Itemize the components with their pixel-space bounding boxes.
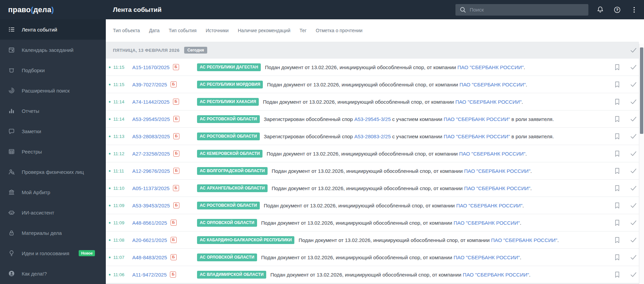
filter-date[interactable]: Дата <box>149 28 159 33</box>
case-number-link[interactable]: А05-11373/2025 <box>132 185 170 191</box>
feed-event-row: 11:15А15-11670/2025БАС РЕСПУБЛИКИ ДАГЕСТ… <box>106 59 639 76</box>
mark-read-icon[interactable] <box>630 133 637 140</box>
bookmark-icon[interactable] <box>613 167 621 175</box>
filter-recommendations[interactable]: Наличие рекомендаций <box>238 28 290 33</box>
inline-link[interactable]: ПАО "СБЕРБАНК РОССИИ" <box>444 134 510 139</box>
search-input[interactable] <box>470 7 584 13</box>
case-number-link[interactable]: А53-29545/2025 <box>132 116 170 122</box>
inline-link[interactable]: ПАО "СБЕРБАНК РОССИИ" <box>460 82 526 87</box>
mark-read-icon[interactable] <box>630 202 637 209</box>
event-time: 11:15 <box>113 65 128 70</box>
filter-read-mark[interactable]: Отметка о прочтении <box>316 28 363 33</box>
bookmark-icon[interactable] <box>613 150 621 157</box>
kebab-menu-icon[interactable] <box>630 5 639 14</box>
filter-tag[interactable]: Тег <box>299 28 307 33</box>
bookmark-icon[interactable] <box>613 271 621 278</box>
case-number-link[interactable]: А11-9472/2025 <box>132 272 167 278</box>
case-cell: А20-6621/2025Б <box>132 237 197 243</box>
row-actions <box>607 253 639 261</box>
case-number-link[interactable]: А20-6621/2025 <box>132 237 167 243</box>
event-text-segment: . <box>523 203 524 208</box>
inline-link[interactable]: ПАО "СБЕРБАНК РОССИИ" <box>464 168 530 174</box>
sidebar-item-ideas[interactable]: Идеи и голосованияНовое <box>0 243 106 263</box>
bookmark-icon[interactable] <box>613 202 621 209</box>
mark-read-icon[interactable] <box>630 115 637 123</box>
case-number-link[interactable]: А12-29676/2025 <box>132 168 170 174</box>
topbar-actions: ? <box>596 5 639 14</box>
event-time: 11:15 <box>113 82 128 87</box>
sidebar-nav: Лента событийКалендарь заседанийПодборки… <box>0 19 106 284</box>
global-search[interactable] <box>455 4 588 16</box>
inline-link[interactable]: А53-29545-3/25 <box>354 116 391 122</box>
bookmark-icon[interactable] <box>613 98 621 105</box>
case-number-link[interactable]: А53-28083/2025 <box>132 134 170 139</box>
sidebar-item-advanced-search[interactable]: Расширенный поиск <box>0 80 106 101</box>
case-number-link[interactable]: А15-11670/2025 <box>132 64 170 70</box>
help-icon[interactable]: ? <box>613 5 622 14</box>
mark-read-icon[interactable] <box>630 63 637 71</box>
bookmark-icon[interactable] <box>613 184 621 192</box>
case-number-link[interactable]: А74-11442/2025 <box>132 99 170 105</box>
sidebar-item-registries[interactable]: Реестры <box>0 141 106 162</box>
mark-read-icon[interactable] <box>630 98 637 105</box>
inline-link[interactable]: ПАО "СБЕРБАНК РОССИИ" <box>456 203 522 208</box>
inline-link[interactable]: ПАО "СБЕРБАНК РОССИИ" <box>444 116 510 122</box>
event-description: Подан документ от 13.02.2026, инициирующ… <box>267 151 607 157</box>
page-title: Лента событий <box>113 6 161 14</box>
bookmark-icon[interactable] <box>613 219 621 226</box>
filter-bar: Тип объектаДатаТип событияИсточникиНалич… <box>106 19 644 42</box>
sidebar-item-feed[interactable]: Лента событий <box>0 19 106 40</box>
mark-read-icon[interactable] <box>630 236 637 244</box>
sidebar-item-reports[interactable]: Отчеты <box>0 101 106 121</box>
filter-object-type[interactable]: Тип объекта <box>113 28 140 33</box>
bookmark-icon[interactable] <box>613 63 621 71</box>
mark-read-icon[interactable] <box>630 167 637 175</box>
inline-link[interactable]: ПАО "СБЕРБАНК РОССИИ" <box>459 151 525 157</box>
bookmark-icon[interactable] <box>613 115 621 123</box>
filter-event-type[interactable]: Тип события <box>169 28 196 33</box>
sidebar-item-my-arbitr[interactable]: Мой Арбитр <box>0 182 106 202</box>
mark-read-icon[interactable] <box>630 219 637 226</box>
sidebar-item-collections[interactable]: Подборки <box>0 60 106 80</box>
sidebar-item-case-materials[interactable]: Материалы дела <box>0 223 106 243</box>
case-number-link[interactable]: А48-8561/2025 <box>132 220 167 226</box>
inline-link[interactable]: ПАО "СБЕРБАНК РОССИИ" <box>453 255 520 260</box>
case-number-link[interactable]: А27-23258/2025 <box>132 151 170 157</box>
app-logo[interactable]: право(дела) <box>0 5 106 14</box>
case-number-link[interactable]: А48-8483/2025 <box>132 255 167 260</box>
case-number-link[interactable]: А39-7027/2025 <box>132 82 167 87</box>
court-badge: АС ВЛАДИМИРСКОЙ ОБЛАСТИ <box>197 271 266 279</box>
mark-read-icon[interactable] <box>630 253 637 261</box>
sidebar-item-person-check[interactable]: Проверка физических лиц <box>0 162 106 182</box>
mark-read-icon[interactable] <box>630 271 637 278</box>
inline-link[interactable]: А53-28083-2/25 <box>354 134 391 139</box>
mark-all-read-icon[interactable] <box>630 46 637 54</box>
sidebar-item-feedback[interactable]: Как дела!? <box>0 263 106 284</box>
sidebar-item-label: ИИ-ассистент <box>22 210 54 216</box>
scrollbar-thumb[interactable] <box>640 47 643 134</box>
feed-event-row: 11:15А39-7027/2025БАС РЕСПУБЛИКИ МОРДОВИ… <box>106 76 639 93</box>
case-number-link[interactable]: А53-39453/2025 <box>132 203 170 208</box>
mark-read-icon[interactable] <box>630 81 637 88</box>
bankruptcy-badge: Б <box>170 271 176 277</box>
inline-link[interactable]: ПАО "СБЕРБАНК РОССИИ" <box>464 185 530 191</box>
inline-link[interactable]: ПАО "СБЕРБАНК РОССИИ" <box>453 220 520 226</box>
event-text-segment: Зарегистрирован обособленный спор <box>264 116 354 122</box>
notifications-bell-icon[interactable] <box>596 5 605 14</box>
sidebar-item-notes[interactable]: Заметки <box>0 121 106 141</box>
mark-read-icon[interactable] <box>630 184 637 192</box>
filter-sources[interactable]: Источники <box>206 28 229 33</box>
inline-link[interactable]: ПАО "СБЕРБАНК РОССИИ" <box>463 272 529 278</box>
target-icon <box>8 87 15 94</box>
inline-link[interactable]: ПАО "СБЕРБАНК РОССИИ" <box>455 99 522 105</box>
inline-link[interactable]: ПАО "СБЕРБАНК РОССИИ" <box>491 237 557 243</box>
sidebar-item-ai-assistant[interactable]: ИИ-ассистент <box>0 202 106 223</box>
bookmark-icon[interactable] <box>613 236 621 244</box>
bookmark-icon[interactable] <box>613 253 621 261</box>
inline-link[interactable]: ПАО "СБЕРБАНК РОССИИ" <box>457 64 524 70</box>
bookmark-icon[interactable] <box>613 133 621 140</box>
bookmark-icon[interactable] <box>613 81 621 88</box>
mark-read-icon[interactable] <box>630 150 637 157</box>
court-badge: АС РОСТОВСКОЙ ОБЛАСТИ <box>197 202 260 209</box>
sidebar-item-calendar[interactable]: Календарь заседаний <box>0 40 106 60</box>
